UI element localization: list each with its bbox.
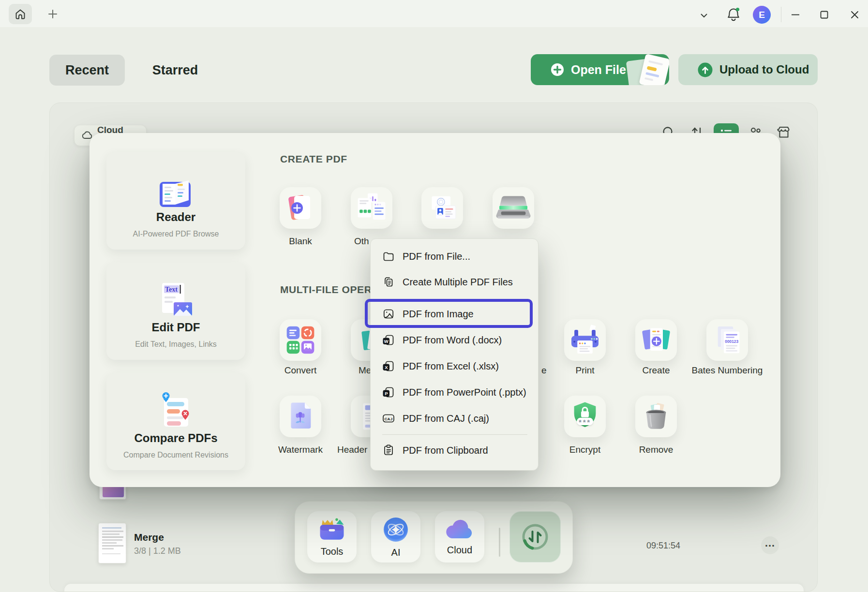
minimize-button[interactable] — [789, 8, 802, 21]
tile-id-card[interactable] — [421, 187, 463, 229]
menu-item-pdf-from-clipboard[interactable]: PDF from Clipboard — [371, 440, 539, 461]
tile-scanner[interactable] — [493, 187, 534, 229]
dock-ai-label: AI — [391, 547, 401, 558]
dock-divider — [499, 528, 500, 557]
card-compare-subtitle: Compare Document Revisions — [123, 451, 228, 459]
menu-item-pdf-from-excel[interactable]: X PDF from Excel (.xlsx) — [371, 355, 539, 377]
menu-item-pdf-from-word[interactable]: W PDF from Word (.docx) — [371, 329, 539, 351]
maximize-button[interactable] — [817, 8, 831, 21]
card-compare-title: Compare PDFs — [134, 431, 217, 445]
copy-documents-icon — [382, 276, 395, 288]
convert-icon — [285, 325, 315, 355]
open-file-button[interactable]: Open File — [531, 54, 669, 85]
open-file-label: Open File — [571, 63, 626, 77]
tile-blank-label: Blank — [270, 236, 331, 247]
clipboard-icon — [382, 444, 395, 457]
file-meta: 3/8 | 1.2 MB — [134, 546, 181, 556]
avatar[interactable]: E — [753, 6, 771, 24]
ai-icon — [382, 516, 409, 543]
folder-icon — [382, 250, 395, 263]
tile-convert[interactable] — [280, 319, 321, 361]
upload-to-cloud-button[interactable]: Upload to Cloud — [678, 54, 818, 85]
menu-item-pdf-from-caj[interactable]: CAJ PDF from CAJ (.caj) — [371, 408, 539, 429]
menu-separator — [382, 434, 527, 435]
file-thumbnail — [98, 523, 126, 563]
dock-tools-button[interactable]: Tools — [307, 511, 357, 562]
tab-starred-label: Starred — [152, 63, 198, 78]
scanner-icon — [495, 194, 532, 222]
menu-item-label: Create Multiple PDF Files — [403, 277, 513, 288]
caj-file-icon: CAJ — [382, 412, 395, 425]
upload-label: Upload to Cloud — [719, 63, 809, 76]
convert-arrows-icon — [519, 521, 551, 553]
tab-recent[interactable]: Recent — [49, 55, 125, 86]
tile-convert-label: Convert — [251, 365, 350, 376]
dock-cloud-button[interactable]: Cloud — [435, 511, 484, 562]
menu-item-label: PDF from PowerPoint (.pptx) — [403, 387, 526, 398]
menu-item-label: PDF from Excel (.xlsx) — [403, 361, 499, 372]
tile-encrypt[interactable]: *** — [564, 396, 606, 437]
reader-book-icon — [156, 152, 196, 209]
file-name: Merge — [134, 532, 164, 543]
blank-pdf-icon — [285, 193, 316, 223]
tile-other[interactable] — [351, 187, 392, 229]
tile-remove-label: Remove — [606, 444, 706, 455]
documents-illustration — [627, 55, 669, 85]
tab-recent-label: Recent — [65, 63, 109, 78]
bottom-dock: Tools AI — [295, 501, 573, 574]
menu-item-create-multiple[interactable]: Create Multiple PDF Files — [371, 271, 539, 293]
tile-blank[interactable] — [280, 187, 321, 229]
tile-header-label-partial: Header a — [337, 444, 375, 455]
home-icon — [14, 8, 27, 20]
tile-watermark-label: Watermark — [251, 444, 350, 455]
card-reader[interactable]: Reader AI-Powered PDF Browse — [106, 152, 245, 250]
dock-convert-button[interactable] — [509, 511, 561, 562]
tab-starred[interactable]: Starred — [141, 55, 209, 86]
tile-merge-label-partial: Me — [359, 365, 371, 376]
tile-remove[interactable] — [635, 396, 677, 437]
svg-text:CAJ: CAJ — [384, 417, 392, 421]
chevron-down-icon[interactable] — [697, 9, 711, 22]
new-tab-button[interactable] — [45, 7, 60, 21]
titlebar-divider — [781, 7, 781, 22]
card-compare-pdfs[interactable]: Compare PDFs Compare Document Revisions — [106, 373, 245, 470]
svg-text:Text: Text — [165, 286, 178, 293]
home-tab[interactable] — [9, 4, 32, 24]
tools-icon — [318, 517, 346, 542]
other-create-icon — [355, 192, 389, 223]
plus-circle-icon — [550, 62, 565, 77]
card-edit-subtitle: Edit Text, Images, Links — [135, 340, 217, 349]
section-multi-file-header: MULTI-FILE OPERAT — [280, 284, 385, 296]
card-reader-title: Reader — [156, 210, 195, 224]
edit-pdf-icon: Text — [155, 263, 197, 320]
menu-item-pdf-from-file[interactable]: PDF from File... — [371, 246, 539, 267]
tile-bates-numbering[interactable]: 000123 — [706, 319, 748, 361]
powerpoint-file-icon: P — [382, 386, 395, 399]
svg-text:***: *** — [579, 418, 591, 426]
bates-numbering-icon: 000123 — [710, 325, 744, 355]
menu-item-pdf-from-powerpoint[interactable]: P PDF from PowerPoint (.pptx) — [371, 382, 539, 403]
avatar-letter: E — [759, 10, 765, 20]
menu-item-label: PDF from CAJ (.caj) — [403, 413, 489, 424]
print-icon — [568, 324, 602, 356]
next-file-row-partial[interactable] — [64, 584, 804, 592]
notification-bell-icon[interactable] — [725, 6, 742, 23]
svg-text:000123: 000123 — [725, 339, 738, 344]
selection-highlight — [365, 299, 533, 328]
close-button[interactable] — [848, 8, 861, 21]
app-window: E Recent Starred Open File — [0, 0, 868, 592]
tile-create[interactable] — [635, 319, 677, 361]
tile-print[interactable] — [564, 319, 606, 361]
svg-text:X: X — [385, 365, 388, 370]
dock-ai-button[interactable]: AI — [371, 511, 420, 562]
menu-item-label: PDF from Word (.docx) — [403, 335, 502, 346]
excel-file-icon: X — [382, 360, 395, 372]
tile-watermark[interactable] — [280, 396, 321, 437]
svg-text:W: W — [384, 339, 389, 344]
more-options-button[interactable]: … — [761, 536, 779, 554]
titlebar: E — [0, 0, 868, 27]
id-card-icon — [425, 194, 459, 222]
card-edit-pdf[interactable]: Text Edit PDF Edit Text, Images, Links — [106, 263, 245, 360]
create-pdf-popup: Reader AI-Powered PDF Browse Text — [90, 133, 780, 487]
create-pdf-context-menu: PDF from File... Create Multiple PDF Fil… — [370, 238, 539, 471]
